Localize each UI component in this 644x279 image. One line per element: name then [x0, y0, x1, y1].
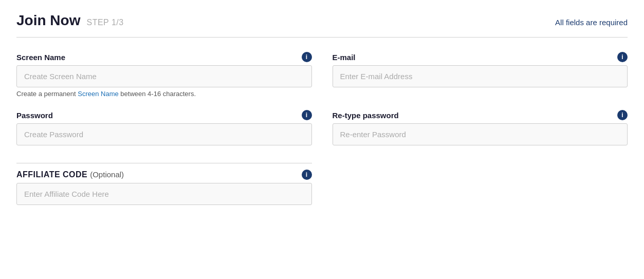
screen-name-hint-link: Screen Name: [78, 90, 118, 98]
affiliate-info-icon[interactable]: i: [302, 170, 312, 180]
affiliate-code-input[interactable]: [16, 183, 312, 205]
password-info-icon[interactable]: i: [302, 110, 312, 120]
screen-name-label: Screen Name: [16, 53, 65, 62]
registration-form: Screen Name i Create a permanent Screen …: [16, 52, 628, 205]
screen-name-info-icon[interactable]: i: [302, 52, 312, 62]
affiliate-optional-label: (Optional): [90, 170, 124, 179]
email-label-row: E-mail i: [333, 52, 628, 62]
password-input[interactable]: [16, 123, 312, 145]
email-input[interactable]: [333, 65, 628, 87]
email-info-icon[interactable]: i: [617, 52, 628, 62]
affiliate-label-row: AFFILIATE CODE (Optional) i: [16, 170, 312, 180]
screen-name-input[interactable]: [16, 65, 312, 87]
page-title: Join Now: [16, 12, 80, 29]
screen-name-hint: Create a permanent Screen Name between 4…: [16, 90, 312, 98]
affiliate-code-section: AFFILIATE CODE (Optional) i: [16, 163, 312, 205]
step-indicator: STEP 1/3: [86, 18, 123, 27]
header-title-group: Join Now STEP 1/3: [16, 12, 124, 29]
email-group: E-mail i: [333, 52, 628, 98]
screen-name-group: Screen Name i Create a permanent Screen …: [16, 52, 312, 98]
password-group: Password i: [16, 110, 312, 145]
retype-password-label: Re-type password: [333, 111, 399, 120]
affiliate-label: AFFILIATE CODE (Optional): [16, 170, 124, 179]
retype-password-input[interactable]: [333, 123, 628, 145]
retype-password-info-icon[interactable]: i: [617, 110, 628, 120]
page-header: Join Now STEP 1/3 All fields are require…: [16, 12, 628, 38]
required-note: All fields are required: [555, 18, 628, 27]
password-label: Password: [16, 111, 53, 120]
email-label: E-mail: [333, 53, 356, 62]
affiliate-divider: [16, 163, 312, 163]
password-label-row: Password i: [16, 110, 312, 120]
screen-name-label-row: Screen Name i: [16, 52, 312, 62]
retype-password-label-row: Re-type password i: [333, 110, 628, 120]
retype-password-group: Re-type password i: [333, 110, 628, 145]
